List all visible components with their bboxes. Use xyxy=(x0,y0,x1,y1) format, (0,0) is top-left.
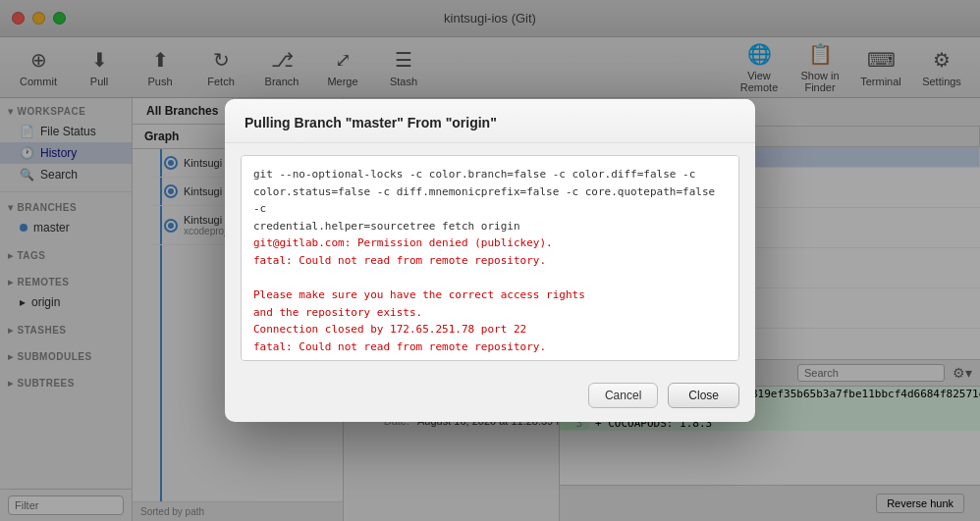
terminal-line: fatal: Could not read from remote reposi… xyxy=(253,339,727,356)
modal-footer: Cancel Close xyxy=(225,373,755,422)
terminal-line: Connection closed by 172.65.251.78 port … xyxy=(253,321,727,339)
modal-overlay: Pulling Branch "master" From "origin" gi… xyxy=(0,0,980,521)
terminal-line: fatal: Could not read from remote reposi… xyxy=(253,252,727,270)
pull-modal: Pulling Branch "master" From "origin" gi… xyxy=(225,99,755,422)
terminal-line: color.status=false -c diff.mnemonicprefi… xyxy=(253,183,727,218)
cancel-button[interactable]: Cancel xyxy=(588,383,658,408)
modal-terminal: git --no-optional-locks -c color.branch=… xyxy=(241,155,739,361)
terminal-line: and the repository exists. xyxy=(253,304,727,322)
close-modal-button[interactable]: Close xyxy=(668,383,739,408)
terminal-line: git --no-optional-locks -c color.branch=… xyxy=(253,166,727,183)
terminal-line: Please make sure you have the correct ac… xyxy=(253,287,727,304)
modal-body: git --no-optional-locks -c color.branch=… xyxy=(225,143,755,373)
modal-title: Pulling Branch "master" From "origin" xyxy=(225,99,755,143)
terminal-line: credential.helper=sourcetree fetch origi… xyxy=(253,218,727,235)
terminal-line xyxy=(253,356,727,361)
terminal-line xyxy=(253,270,727,287)
terminal-line: git@gitlab.com: Permission denied (publi… xyxy=(253,234,727,252)
